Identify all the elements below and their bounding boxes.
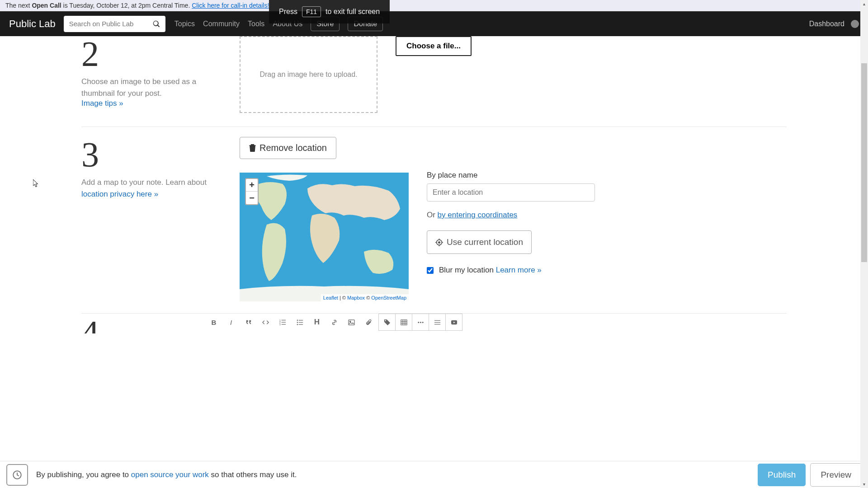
attachment-button[interactable] [360,314,377,331]
link-icon [331,319,338,326]
scroll-thumb[interactable] [861,63,867,262]
nav-right: Dashboard [809,20,859,28]
ol-icon: 123 [279,319,286,326]
banner-mid: is Tuesday, October 12, at 2pm Central T… [61,2,192,9]
more-button[interactable] [412,314,429,331]
quote-icon [245,319,252,326]
step-4-number: 4 [81,322,99,333]
svg-point-13 [297,319,297,320]
target-icon [435,239,443,246]
heading-button[interactable]: H [308,314,326,331]
table-icon [401,319,407,326]
bottom-bar: By publishing, you agree to open source … [0,461,868,483]
image-icon [348,319,355,326]
step-2-number: 2 [81,36,222,71]
scroll-up-button[interactable]: ▴ [860,0,868,8]
svg-rect-14 [298,320,302,320]
osm-link[interactable]: OpenStreetMap [371,295,406,300]
blur-checkbox[interactable] [427,267,434,274]
ul-icon [297,319,303,326]
zoom-control: + − [245,178,259,205]
video-button[interactable] [445,314,462,331]
step-4-section: 4 B I 123 H [81,313,787,331]
unordered-list-button[interactable] [291,314,308,331]
nav-tools[interactable]: Tools [248,20,264,28]
zoom-out-button[interactable]: − [246,192,258,204]
youtube-icon [451,319,458,326]
mapbox-link[interactable]: Mapbox [347,295,365,300]
svg-rect-19 [348,319,354,324]
map-land-icon [240,173,409,301]
bold-button[interactable]: B [205,314,222,331]
enter-coordinates-link[interactable]: by entering coordinates [438,211,518,219]
code-button[interactable] [257,314,274,331]
ellipsis-icon [417,319,424,326]
place-name-label: By place name [427,171,787,180]
search-input[interactable] [64,16,147,31]
table-button[interactable] [395,314,412,331]
banner-link[interactable]: Click here for call-in details! [192,2,269,9]
quote-button[interactable] [240,314,257,331]
editor-toolbar: B I 123 H [205,314,787,331]
scrollbar[interactable]: ▴ ▾ [860,0,868,483]
search-box [64,16,165,32]
svg-rect-29 [434,320,440,320]
trash-icon [249,144,256,152]
link-button[interactable] [326,314,343,331]
announcement-banner: The next Open Call is Tuesday, October 1… [0,0,868,11]
open-source-link[interactable]: open source your work [131,470,209,479]
nav-dashboard[interactable]: Dashboard [809,20,844,28]
nav-community[interactable]: Community [203,20,240,28]
scroll-down-button[interactable]: ▾ [860,480,868,483]
preview-button[interactable]: Preview [810,463,862,484]
fs-pre: Press [279,8,297,16]
zoom-in-button[interactable]: + [246,179,258,192]
choose-file-button[interactable]: Choose a file... [396,36,472,56]
step-3-number: 3 [81,137,222,172]
ordered-list-button[interactable]: 123 [274,314,291,331]
tag-icon [384,319,391,326]
step-2-helper: Choose an image to be used as a thumbnai… [81,76,222,99]
or-coordinates: Or by entering coordinates [427,211,787,220]
use-current-location-button[interactable]: Use current location [427,230,532,254]
publish-agree-text: By publishing, you agree to open source … [36,470,297,479]
step-3-helper: Add a map to your note. Learn about loca… [81,177,222,200]
site-logo[interactable]: Public Lab [9,18,56,30]
leaflet-link[interactable]: Leaflet [323,295,338,300]
divider-button[interactable] [429,314,446,331]
svg-rect-16 [298,322,302,322]
svg-point-15 [297,322,297,323]
image-tips-link[interactable]: Image tips » [81,99,123,108]
fs-post: to exit full screen [326,8,380,16]
navbar: Public Lab Topics Community Tools About … [0,11,868,36]
tag-button[interactable] [378,314,396,331]
avatar[interactable] [851,20,859,28]
svg-point-26 [418,322,419,323]
fullscreen-hint: Press F11 to exit full screen [269,0,390,23]
svg-rect-18 [298,324,302,324]
location-privacy-link[interactable]: location privacy here » [81,190,158,198]
nav-topics[interactable]: Topics [175,20,195,28]
location-input[interactable] [427,183,595,202]
italic-button[interactable]: I [222,314,240,331]
svg-rect-21 [401,319,406,324]
svg-rect-31 [434,324,440,324]
blur-label: Blur my location [439,266,496,274]
svg-rect-8 [281,319,285,320]
search-button[interactable] [147,16,165,32]
history-button[interactable] [6,464,28,484]
image-button[interactable] [343,314,360,331]
svg-point-20 [349,321,350,322]
svg-rect-10 [281,322,285,322]
fs-key: F11 [302,6,321,17]
remove-location-button[interactable]: Remove location [240,137,336,159]
map[interactable]: + − Leaflet | © Mapbox © OpenStreetMap [240,173,409,301]
blur-learn-more-link[interactable]: Learn more » [496,266,542,274]
map-attribution: Leaflet | © Mapbox © OpenStreetMap [321,294,409,301]
svg-point-28 [422,322,423,323]
svg-text:3: 3 [279,324,281,326]
image-dropzone[interactable]: Drag an image here to upload. [240,36,377,113]
search-icon [153,20,160,28]
svg-point-2 [439,241,440,243]
publish-button[interactable]: Publish [758,464,806,484]
